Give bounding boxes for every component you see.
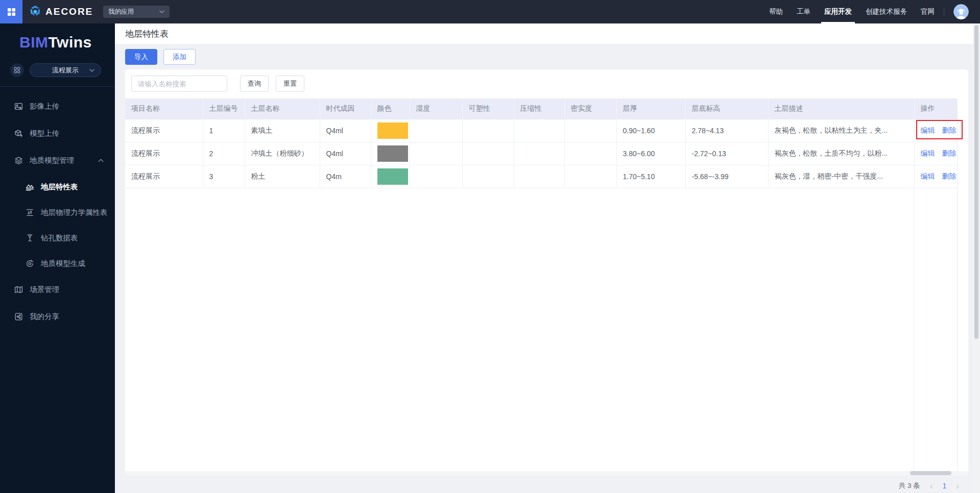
table-row: 流程展示 3 粉土 Q4m 1.70~5.10 -5.68~-3.99 褐灰色，…	[125, 165, 957, 188]
model-upload-icon	[14, 129, 23, 138]
geology-layers-icon	[14, 156, 23, 165]
sidebar: BIMTwins 流程展示 影像上传	[0, 23, 115, 493]
pagination-page-1[interactable]: 1	[943, 482, 947, 490]
top-menu-create-tech-service[interactable]: 创建技术服务	[866, 0, 907, 23]
cell-project: 流程展示	[125, 165, 203, 188]
aecore-hex-icon	[29, 5, 42, 18]
cell-layer-name: 素填土	[245, 119, 320, 142]
strata-table: 项目名称 土层编号 土层名称 时代成因 颜色 湿度 可塑性 压缩性 密实度 层厚…	[125, 98, 957, 188]
cell-bottom-elevation: -5.68~-3.99	[685, 165, 768, 188]
search-input[interactable]	[131, 76, 227, 92]
bimtwins-logo: BIMTwins	[0, 23, 115, 51]
sidebar-item-geology-model-generate[interactable]: 地质模型生成	[0, 251, 115, 276]
sidebar-item-scene-mgmt[interactable]: 场景管理	[0, 276, 115, 303]
cell-layer-no: 1	[203, 119, 245, 142]
sidebar-item-borehole-table[interactable]: 钻孔数据表	[0, 225, 115, 251]
cell-actions: 编辑删除	[914, 165, 957, 188]
sidebar-item-model-upload[interactable]: 模型上传	[0, 120, 115, 147]
sidebar-item-image-upload[interactable]: 影像上传	[0, 93, 115, 120]
borehole-icon	[26, 234, 34, 242]
cell-era: Q4ml	[320, 142, 371, 165]
app-launcher-button[interactable]	[0, 0, 22, 23]
top-menu-app-dev[interactable]: 应用开发	[824, 0, 852, 23]
app-select-dropdown[interactable]: 我的应用	[103, 6, 170, 18]
main-content: 地层特性表 导入 添加 查询 重置 项目名称	[115, 23, 980, 493]
model-generate-icon	[26, 259, 34, 268]
scene-manage-icon	[14, 285, 23, 294]
cell-layer-no: 2	[203, 142, 245, 165]
page-title: 地层特性表	[125, 28, 169, 40]
apps-grid-button[interactable]	[10, 63, 24, 77]
cell-bottom-elevation: 2.78~4.13	[685, 119, 768, 142]
vertical-scrollbar-thumb[interactable]	[974, 25, 978, 339]
color-swatch	[377, 168, 408, 185]
cell-density	[564, 165, 616, 188]
reset-button[interactable]: 重置	[276, 76, 304, 92]
cell-plasticity	[462, 165, 514, 188]
col-header-thickness: 层厚	[616, 98, 685, 119]
chevron-down-icon	[159, 10, 164, 13]
topbar: AECORE 我的应用 帮助 工单 应用开发 创建技术服务 官网	[0, 0, 980, 23]
top-menu-help[interactable]: 帮助	[769, 0, 783, 23]
cell-actions: 编辑删除	[914, 142, 957, 165]
col-header-plasticity: 可塑性	[462, 98, 514, 119]
col-header-compressibility: 压缩性	[514, 98, 564, 119]
sidebar-item-geology-model-mgmt[interactable]: 地质模型管理	[0, 147, 115, 174]
cell-density	[564, 119, 616, 142]
col-header-actions: 操作	[914, 98, 957, 119]
col-header-description: 土层描述	[768, 98, 914, 119]
add-button[interactable]: 添加	[163, 49, 196, 65]
cell-actions: 编辑删除	[914, 119, 957, 142]
top-menu-tickets[interactable]: 工单	[797, 0, 810, 23]
edit-link[interactable]: 编辑	[921, 126, 935, 134]
grid-icon	[7, 8, 16, 16]
brand-text: AECORE	[45, 6, 93, 17]
table-card: 查询 重置 项目名称 土层编号 土层名称 时代成因 颜色	[125, 69, 968, 475]
edit-link[interactable]: 编辑	[921, 149, 935, 157]
search-row: 查询 重置	[131, 76, 304, 92]
cell-description: 褐灰色，湿，稍密-中密，干强度...	[768, 165, 914, 188]
cell-color	[371, 142, 410, 165]
delete-link[interactable]: 删除	[942, 172, 957, 180]
cell-plasticity	[462, 142, 514, 165]
top-menu-official-site[interactable]: 官网	[921, 0, 935, 23]
cell-thickness: 3.80~6.00	[616, 142, 685, 165]
my-share-icon	[14, 312, 23, 321]
edit-link[interactable]: 编辑	[921, 172, 935, 180]
chevron-up-icon	[98, 159, 104, 162]
cell-compressibility	[514, 142, 564, 165]
cell-description: 褐灰色，松散，土质不均匀，以粉...	[768, 142, 914, 165]
delete-link[interactable]: 删除	[942, 149, 957, 157]
page-titlebar: 地层特性表	[115, 23, 980, 44]
pagination-next-button[interactable]: ›	[956, 482, 959, 490]
project-select-value: 流程展示	[52, 66, 79, 75]
top-menu: 帮助 工单 应用开发 创建技术服务 官网	[769, 0, 935, 23]
project-select-dropdown[interactable]: 流程展示	[30, 63, 101, 77]
user-avatar[interactable]	[953, 4, 969, 19]
pagination-total: 共 3 条	[899, 481, 920, 490]
cell-era: Q4m	[320, 165, 371, 188]
delete-link[interactable]: 删除	[942, 126, 957, 134]
color-swatch	[377, 145, 408, 162]
sidebar-item-my-share[interactable]: 我的分享	[0, 303, 115, 330]
cell-density	[564, 142, 616, 165]
pagination: 共 3 条 ‹ 1 ›	[899, 478, 959, 493]
cell-moisture	[410, 165, 462, 188]
import-button[interactable]: 导入	[125, 49, 157, 65]
pagination-prev-button[interactable]: ‹	[930, 482, 933, 490]
query-button[interactable]: 查询	[240, 76, 269, 92]
sidebar-menu: 影像上传 模型上传 地质模型管理 地层特性表	[0, 87, 115, 330]
cell-layer-no: 3	[203, 165, 245, 188]
chevron-down-icon	[89, 69, 94, 72]
table-header-row: 项目名称 土层编号 土层名称 时代成因 颜色 湿度 可塑性 压缩性 密实度 层厚…	[125, 98, 957, 119]
logo-bim: BIM	[19, 34, 49, 51]
horizontal-scrollbar-thumb[interactable]	[910, 471, 951, 475]
horizontal-scrollbar	[125, 471, 968, 475]
cell-plasticity	[462, 119, 514, 142]
sidebar-item-strata-table[interactable]: 地层特性表	[0, 174, 115, 200]
cell-layer-name: 粉土	[245, 165, 320, 188]
sidebar-item-strata-physics-table[interactable]: 地层物理力学属性表	[0, 200, 115, 225]
col-header-density: 密实度	[564, 98, 616, 119]
color-swatch	[377, 122, 408, 139]
col-header-era: 时代成因	[320, 98, 371, 119]
